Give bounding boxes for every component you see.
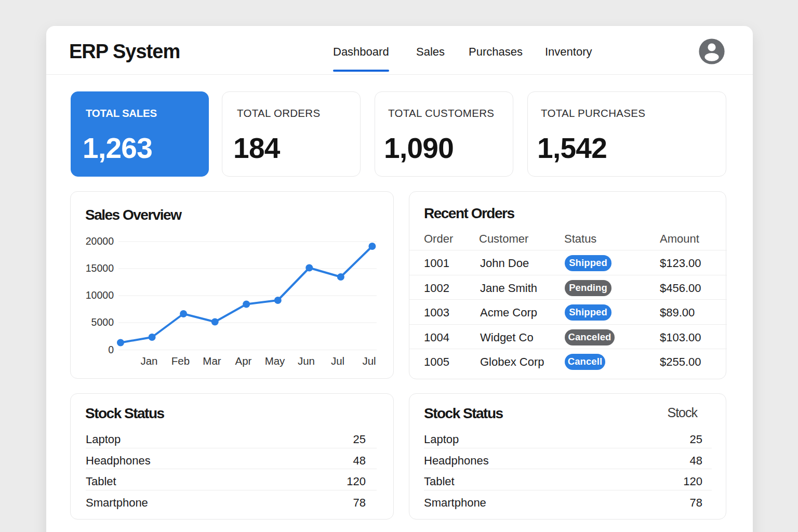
svg-text:Mar: Mar (203, 355, 221, 367)
svg-text:5000: 5000 (91, 316, 114, 328)
svg-text:15000: 15000 (86, 262, 114, 274)
svg-text:0: 0 (108, 344, 114, 355)
svg-text:May: May (265, 355, 285, 367)
svg-text:Apr: Apr (235, 355, 252, 367)
svg-text:Jul: Jul (331, 355, 344, 367)
svg-text:20000: 20000 (86, 235, 114, 247)
svg-text:10000: 10000 (86, 289, 114, 301)
svg-text:Sales Overview: Sales Overview (85, 207, 182, 223)
svg-text:Jun: Jun (298, 355, 315, 367)
svg-text:Jan: Jan (140, 355, 157, 367)
svg-text:Feb: Feb (171, 355, 190, 367)
svg-text:Jul: Jul (362, 355, 376, 367)
